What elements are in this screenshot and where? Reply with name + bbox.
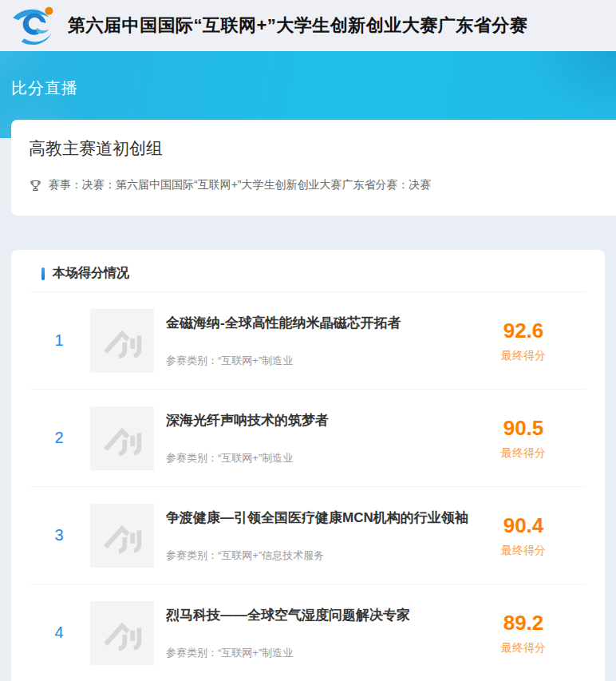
team-row[interactable]: 1 金磁海纳-全球高性能纳米晶磁芯开拓者 参赛类别：“互联网+”制造业 92.6…	[30, 292, 586, 390]
final-score-label: 最终得分	[484, 641, 563, 655]
team-placeholder-image	[90, 406, 154, 470]
team-category: 参赛类别：“互联网+”制造业	[166, 451, 484, 465]
app-header: 第六届中国国际“互联网+”大学生创新创业大赛广东省分赛	[0, 0, 616, 51]
team-placeholder-image	[90, 504, 154, 568]
rank-number: 1	[41, 331, 77, 350]
final-score-value: 92.6	[484, 319, 563, 343]
placeholder-glyph-icon	[96, 412, 148, 465]
rank-number: 2	[41, 429, 77, 447]
team-row[interactable]: 2 深海光纤声呐技术的筑梦者 参赛类别：“互联网+”制造业 90.5 最终得分	[30, 390, 586, 487]
team-name: 金磁海纳-全球高性能纳米晶磁芯开拓者	[166, 314, 484, 332]
trophy-icon	[29, 179, 42, 192]
page-title: 第六届中国国际“互联网+”大学生创新创业大赛广东省分赛	[68, 14, 527, 38]
team-info: 争渡健康—引领全国医疗健康MCN机构的行业领袖 参赛类别：“互联网+”信息技术服…	[166, 505, 484, 566]
final-score-label: 最终得分	[484, 446, 563, 461]
section-title: 本场得分情况	[53, 265, 129, 282]
score-block: 89.2 最终得分	[484, 611, 563, 655]
team-info: 烈马科技——全球空气湿度问题解决专家 参赛类别：“互联网+”制造业	[166, 603, 484, 663]
final-score-label: 最终得分	[484, 349, 563, 363]
team-name: 烈马科技——全球空气湿度问题解决专家	[166, 606, 484, 624]
section-header: 本场得分情况	[30, 250, 586, 291]
session-card: 高教主赛道初创组 赛事：决赛：第六届中国国际“互联网+”大学生创新创业大赛广东省…	[11, 120, 616, 216]
team-info: 深海光纤声呐技术的筑梦者 参赛类别：“互联网+”制造业	[166, 408, 484, 469]
team-row[interactable]: 3 争渡健康—引领全国医疗健康MCN机构的行业领袖 参赛类别：“互联网+”信息技…	[30, 487, 586, 584]
team-name: 争渡健康—引领全国医疗健康MCN机构的行业领袖	[166, 509, 484, 527]
score-block: 92.6 最终得分	[484, 319, 563, 363]
team-category: 参赛类别：“互联网+”制造业	[166, 646, 484, 660]
team-category: 参赛类别：“互联网+”制造业	[166, 354, 484, 368]
placeholder-glyph-icon	[96, 315, 148, 367]
event-line: 赛事：决赛：第六届中国国际“互联网+”大学生创新创业大赛广东省分赛：决赛	[29, 178, 597, 192]
rank-number: 4	[41, 624, 77, 642]
team-category: 参赛类别：“互联网+”信息技术服务	[166, 548, 484, 563]
team-info: 金磁海纳-全球高性能纳米晶磁芯开拓者 参赛类别：“互联网+”制造业	[166, 311, 484, 371]
team-row[interactable]: 4 烈马科技——全球空气湿度问题解决专家 参赛类别：“互联网+”制造业 89.2…	[30, 584, 586, 681]
banner-title: 比分直播	[11, 77, 78, 99]
competition-logo-icon	[10, 5, 60, 46]
placeholder-glyph-icon	[96, 607, 148, 659]
score-block: 90.4 最终得分	[484, 513, 563, 558]
team-placeholder-image	[90, 601, 154, 665]
team-placeholder-image	[90, 309, 154, 373]
rank-number: 3	[41, 526, 77, 544]
session-title: 高教主赛道初创组	[29, 137, 597, 160]
score-block: 90.5 最终得分	[484, 416, 563, 461]
final-score-label: 最终得分	[484, 544, 563, 558]
score-card: 本场得分情况 1 金磁海纳-全球高性能纳米晶磁芯开拓者 参赛类别：“互联网+”制…	[11, 250, 605, 681]
section-accent-bar	[41, 267, 45, 280]
placeholder-glyph-icon	[96, 509, 148, 562]
event-line-text: 赛事：决赛：第六届中国国际“互联网+”大学生创新创业大赛广东省分赛：决赛	[49, 178, 432, 192]
final-score-value: 89.2	[484, 611, 563, 635]
final-score-value: 90.5	[484, 416, 563, 441]
team-name: 深海光纤声呐技术的筑梦者	[166, 411, 484, 430]
final-score-value: 90.4	[484, 513, 563, 538]
